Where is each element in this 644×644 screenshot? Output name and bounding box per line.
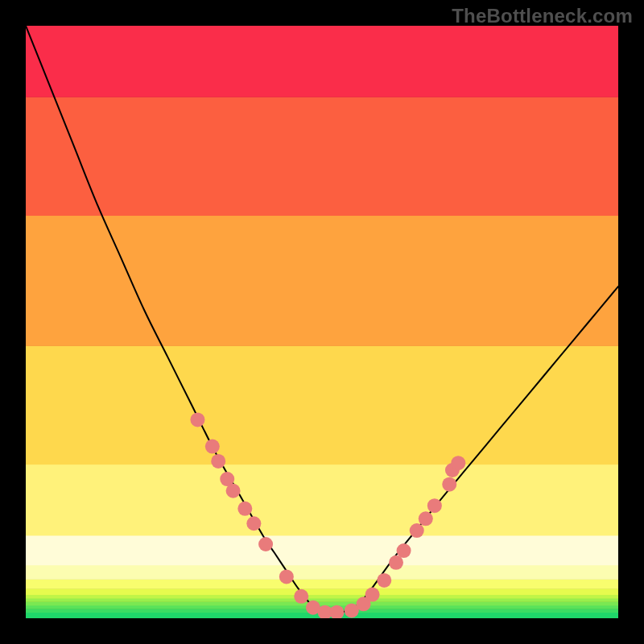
background-band xyxy=(26,535,618,565)
chart-svg xyxy=(26,26,618,618)
highlight-point xyxy=(419,511,433,526)
highlight-point xyxy=(410,523,424,538)
highlight-point xyxy=(442,477,456,492)
background-band xyxy=(26,565,618,580)
highlight-point xyxy=(427,498,442,513)
highlight-point xyxy=(237,502,252,516)
highlight-point xyxy=(279,569,294,584)
background-band xyxy=(26,216,618,346)
background-band xyxy=(26,595,618,599)
highlight-point xyxy=(365,588,380,602)
highlight-point xyxy=(190,412,204,427)
background-band xyxy=(26,345,618,464)
highlight-point xyxy=(389,555,403,570)
watermark-label: TheBottleneck.com xyxy=(452,5,633,27)
highlight-point xyxy=(397,543,411,558)
highlight-point xyxy=(451,456,465,470)
chart-stage: TheBottleneck.com xyxy=(0,0,644,644)
plot-area xyxy=(26,26,618,618)
highlight-point xyxy=(226,484,241,498)
highlight-point xyxy=(258,537,273,551)
highlight-point xyxy=(205,440,220,454)
highlight-point xyxy=(246,516,261,530)
background-band xyxy=(26,26,618,97)
background-band xyxy=(26,598,618,602)
background-band xyxy=(26,97,618,216)
highlight-point xyxy=(377,573,391,588)
background-band xyxy=(26,601,618,605)
highlight-point xyxy=(211,454,225,469)
background-band xyxy=(26,464,618,536)
background-band xyxy=(26,588,618,595)
background-band xyxy=(26,579,618,588)
highlight-point xyxy=(294,589,308,604)
